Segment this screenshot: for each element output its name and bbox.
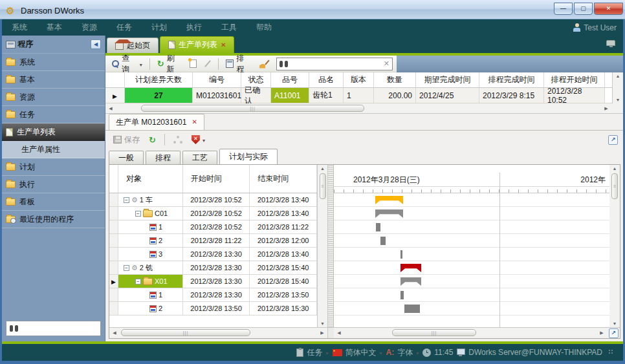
chevron-down-icon[interactable] xyxy=(380,348,382,357)
gantt-bar-task[interactable] xyxy=(404,305,420,313)
sidebar-search-input[interactable] xyxy=(18,324,118,333)
detail-doc-tab[interactable]: 生产单 M012031601 xyxy=(109,114,204,130)
tree-expander-icon[interactable] xyxy=(124,265,129,271)
sidebar-item[interactable]: 系统 xyxy=(2,54,105,71)
sidebar-search-box[interactable] xyxy=(6,321,101,336)
close-icon[interactable] xyxy=(221,42,226,48)
tree-expander-icon[interactable] xyxy=(135,279,141,284)
grid-cell-diff_days[interactable]: 27 xyxy=(125,88,193,103)
scroll-up-arrow[interactable] xyxy=(320,166,325,171)
scroll-down-arrow[interactable] xyxy=(320,321,325,326)
menu-item-3[interactable]: 任务 xyxy=(107,23,142,32)
open-external-icon[interactable] xyxy=(608,135,618,145)
gantt-bar-summary[interactable] xyxy=(375,209,403,218)
edit-button[interactable] xyxy=(202,59,214,69)
tab-active[interactable]: 生产单列表 xyxy=(160,36,234,53)
scroll-thumb[interactable] xyxy=(392,329,476,336)
splitter-handle[interactable] xyxy=(328,165,334,327)
scroll-up-arrow[interactable] xyxy=(616,74,620,78)
link-button[interactable] xyxy=(171,135,185,144)
scroll-thumb[interactable] xyxy=(320,173,326,199)
grid-cell-expect_finish[interactable]: 2012/4/25 xyxy=(416,88,479,103)
plan-table-row[interactable]: 12012/3/28 10:522012/3/28 11:22 xyxy=(109,220,317,234)
grid-cell-status[interactable]: 已确认 xyxy=(241,88,271,103)
grid-column-header[interactable]: 期望完成时间 xyxy=(416,72,479,87)
plan-table-horizontal-scrollbar[interactable] xyxy=(109,328,328,338)
plan-tree-cell[interactable]: 2 铣 xyxy=(118,261,183,274)
scroll-left-arrow[interactable] xyxy=(105,103,116,114)
plan-table-row[interactable]: 12012/3/28 13:302012/3/28 13:50 xyxy=(109,288,317,302)
plan-tree-cell[interactable]: 1 xyxy=(118,288,183,301)
grid-column-header[interactable]: 版本 xyxy=(344,72,374,87)
menu-item-1[interactable]: 基本 xyxy=(37,23,72,32)
tree-expander-icon[interactable] xyxy=(135,211,141,217)
scroll-down-arrow[interactable] xyxy=(616,98,620,102)
gantt-bar-task[interactable] xyxy=(400,291,404,299)
plan-column-header[interactable]: 开始时间 xyxy=(183,165,250,193)
plan-table-row[interactable]: 22012/3/28 11:222012/3/28 12:00 xyxy=(109,234,317,248)
maximize-button[interactable] xyxy=(574,3,593,15)
plan-table-vertical-scrollbar[interactable] xyxy=(318,165,328,327)
menu-item-0[interactable]: 系统 xyxy=(2,23,37,32)
grid-cell-code[interactable]: M012031601 xyxy=(193,88,241,103)
scroll-thumb[interactable] xyxy=(611,173,618,199)
plan-table-row[interactable]: 32012/3/28 13:302012/3/28 13:40 xyxy=(109,248,317,261)
minimize-button[interactable] xyxy=(554,3,573,15)
grid-cell-item_name[interactable]: 齿轮1 xyxy=(309,88,344,103)
user-indicator[interactable]: Test User xyxy=(573,23,623,32)
gantt-bar-task[interactable] xyxy=(400,250,402,259)
save-button[interactable]: 保存 xyxy=(111,134,142,146)
grid-column-header[interactable]: 排程完成时间 xyxy=(479,72,544,87)
plan-column-header[interactable]: 结束时间 xyxy=(250,165,317,193)
sidebar-item[interactable]: 基本 xyxy=(2,71,105,89)
sidebar-item[interactable]: 资源 xyxy=(2,89,105,106)
menu-item-4[interactable]: 计划 xyxy=(142,23,177,32)
plan-table-row[interactable]: X012012/3/28 13:302012/3/28 15:40 xyxy=(109,275,317,288)
grid-column-header[interactable]: 品名 xyxy=(309,72,344,87)
filter-input[interactable] xyxy=(291,59,381,69)
grid-vertical-scrollbar[interactable] xyxy=(612,72,623,103)
gantt-horizontal-scrollbar[interactable] xyxy=(334,328,607,338)
filter-box[interactable] xyxy=(276,58,393,70)
plan-tree-cell[interactable]: 2 xyxy=(118,302,183,315)
close-icon[interactable] xyxy=(192,119,197,125)
chevron-down-icon[interactable] xyxy=(203,135,205,144)
grid-cell-sched_start[interactable]: 2012/3/28 10:52 xyxy=(544,88,605,103)
sidebar-item[interactable]: 看板 xyxy=(2,193,105,211)
grid-cell-version[interactable]: 1 xyxy=(344,88,374,103)
plan-column-header[interactable]: 对象 xyxy=(118,165,183,193)
pin-icon[interactable] xyxy=(606,40,615,46)
status-font-selector[interactable]: 字体 xyxy=(386,347,419,358)
tab-inactive[interactable]: 起始页 xyxy=(107,37,159,53)
status-language-selector[interactable]: 简体中文 xyxy=(333,347,382,358)
plan-table-row[interactable]: 2 铣2012/3/28 13:302012/3/28 15:40 xyxy=(109,261,317,275)
sidebar-collapse-button[interactable] xyxy=(91,39,101,49)
grid-column-header[interactable]: 排程开始时间 xyxy=(544,72,605,87)
grid-column-header[interactable]: 编号 xyxy=(193,72,241,87)
tab-计划与实际[interactable]: 计划与实际 xyxy=(219,149,278,164)
chevron-down-icon[interactable] xyxy=(140,59,142,69)
menu-item-6[interactable]: 工具 xyxy=(212,23,247,32)
scroll-thumb[interactable] xyxy=(141,105,364,112)
scroll-right-arrow[interactable] xyxy=(601,103,611,114)
plan-table-row[interactable]: 1 车2012/3/28 10:522012/3/28 13:40 xyxy=(109,193,317,207)
scroll-thumb[interactable] xyxy=(121,329,250,336)
plan-tree-cell[interactable]: 3 xyxy=(118,248,183,261)
plan-tree-cell[interactable]: 2 xyxy=(118,234,183,247)
sidebar-item[interactable]: 任务 xyxy=(2,106,105,123)
plan-table-row[interactable]: 22012/3/28 13:502012/3/28 15:30 xyxy=(109,302,317,316)
clean-button[interactable] xyxy=(257,59,271,69)
new-button[interactable] xyxy=(187,59,199,69)
plan-tree-cell[interactable]: 1 车 xyxy=(118,193,183,206)
tab-排程[interactable]: 排程 xyxy=(146,151,181,164)
gantt-vertical-scrollbar[interactable] xyxy=(609,165,620,327)
plan-tree-cell[interactable]: 1 xyxy=(118,220,183,233)
tab-一般[interactable]: 一般 xyxy=(109,151,144,164)
grid-column-header[interactable]: 数量 xyxy=(374,72,416,87)
expand-view-icon[interactable] xyxy=(609,328,619,338)
chevron-down-icon[interactable] xyxy=(416,348,419,357)
gantt-bar-task[interactable] xyxy=(380,237,386,245)
scroll-down-arrow[interactable] xyxy=(613,321,617,326)
grid-cell-qty[interactable]: 200.00 xyxy=(374,88,416,103)
gantt-bar-summary[interactable] xyxy=(400,277,421,286)
